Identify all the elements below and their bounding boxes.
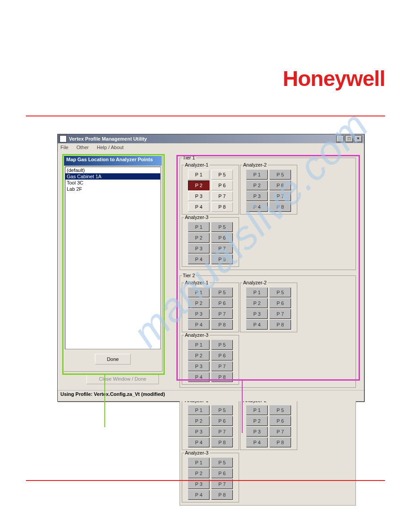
analyzer-group: Analyzer-3P 1P 5P 2P 6P 3P 7P 4P 8 [182,215,239,267]
point-button: P 6 [211,416,233,426]
list-item[interactable]: Lab 2F [65,186,160,192]
divider-bottom [26,480,385,481]
tier-label: Tier 2 [182,273,196,278]
point-button: P 5 [211,340,233,350]
tier-group: Tier 1Analyzer-1P 1P 5P 2P 6P 3P 7P 4P 8… [180,155,356,270]
point-button[interactable]: P 6 [211,180,233,190]
menu-file[interactable]: File [60,145,68,150]
point-button: P 6 [211,468,233,478]
point-button: P 2 [188,468,210,478]
point-button: P 5 [211,405,233,415]
analyzer-label: Analyzer-1 [184,280,210,285]
point-button: P 5 [270,287,291,297]
point-button: P 5 [211,287,233,297]
brand-logo: Honeywell [283,66,385,91]
point-button: P 1 [246,287,268,297]
point-button: P 5 [211,222,233,232]
analyzer-group: Analyzer-2P 1P 5P 2P 6P 3P 7P 4P 8 [240,162,297,215]
point-button: P 2 [188,298,210,308]
point-button: P 3 [246,309,268,319]
point-button: P 4 [246,320,268,330]
analyzer-group: Analyzer-2P 1P 5P 2P 6P 3P 7P 4P 8 [240,280,297,332]
point-button: P 7 [211,244,233,253]
point-button: P 6 [211,233,233,243]
point-button: P 7 [270,191,291,201]
point-button: P 2 [246,180,268,190]
point-button: P 2 [188,351,210,360]
point-button: P 4 [188,438,210,447]
point-button: P 4 [188,320,210,330]
point-button: P 6 [211,351,233,360]
point-button: P 1 [188,458,210,468]
tier-group: Tier 3Analyzer-1P 1P 5P 2P 6P 3P 7P 4P 8… [180,390,356,506]
point-button: P 8 [270,320,291,330]
point-button: P 1 [188,287,210,297]
point-button: P 4 [246,438,268,447]
point-button[interactable]: P 2 [188,180,210,190]
minimize-button[interactable]: _ [336,135,344,142]
divider-top [26,116,385,116]
point-button: P 3 [188,361,210,371]
annotation-leader-green [104,373,105,427]
point-button: P 8 [270,438,291,447]
list-item[interactable]: (default) [65,167,160,173]
point-button: P 8 [211,254,233,264]
point-button[interactable]: P 8 [211,202,233,212]
point-button[interactable]: P 1 [188,170,210,180]
point-button: P 6 [211,298,233,308]
tiers-container: Tier 1Analyzer-1P 1P 5P 2P 6P 3P 7P 4P 8… [180,155,356,508]
point-button: P 7 [211,427,233,437]
point-button: P 7 [270,427,291,437]
titlebar: Vertex Profile Management Utility _ □ × [58,134,364,143]
point-button: P 8 [270,202,291,212]
point-button: P 2 [246,416,268,426]
annotation-leader-pink [242,379,243,433]
point-button: P 4 [188,254,210,264]
close-button[interactable]: × [354,135,362,142]
point-button: P 1 [246,405,268,415]
point-button: P 5 [211,458,233,468]
point-button: P 3 [188,309,210,319]
menu-other[interactable]: Other [77,145,89,150]
analyzer-label: Analyzer-1 [184,162,210,167]
location-listbox[interactable]: (default) Gas Cabinet 1A Tool 3C Lab 2F [65,167,161,349]
menu-help-about[interactable]: Help / About [97,145,124,150]
point-button: P 3 [246,427,268,437]
statusbar: Using Profile: Vertex.Config.za_Vt (modi… [58,390,364,401]
analyzer-label: Analyzer-3 [184,450,210,455]
point-button: P 7 [211,309,233,319]
point-button: P 8 [211,490,233,500]
point-button: P 8 [211,320,233,330]
point-button: P 1 [188,340,210,350]
close-window-done-button[interactable]: Close Window / Done [86,373,159,384]
window-title: Vertex Profile Management Utility [69,136,147,142]
point-button: P 4 [188,490,210,500]
point-button: P 4 [188,372,210,382]
point-button: P 1 [188,222,210,232]
point-button: P 2 [246,298,268,308]
analyzer-group: Analyzer-1P 1P 5P 2P 6P 3P 7P 4P 8 [182,280,239,332]
done-button[interactable]: Done [95,354,131,365]
point-button: P 8 [211,438,233,447]
point-button[interactable]: P 7 [211,191,233,201]
point-button: P 3 [188,427,210,437]
analyzer-group: Analyzer-2P 1P 5P 2P 6P 3P 7P 4P 8 [240,398,297,450]
list-item[interactable]: Gas Cabinet 1A [65,173,160,180]
app-window: Vertex Profile Management Utility _ □ × … [57,134,364,402]
point-button: P 7 [270,309,291,319]
point-button: P 6 [270,416,291,426]
list-item[interactable]: Tool 3C [65,180,160,186]
point-button[interactable]: P 4 [188,202,210,212]
analyzer-label: Analyzer-2 [242,280,268,285]
analyzer-group: Analyzer-1P 1P 5P 2P 6P 3P 7P 4P 8 [182,162,239,215]
tier-group: Tier 2Analyzer-1P 1P 5P 2P 6P 3P 7P 4P 8… [180,273,356,388]
point-button[interactable]: P 5 [211,170,233,180]
tier-label: Tier 1 [182,155,196,160]
maximize-button[interactable]: □ [345,135,353,142]
point-button[interactable]: P 3 [188,191,210,201]
point-button: P 5 [270,405,291,415]
point-button: P 6 [270,180,291,190]
point-button: P 5 [270,170,291,180]
point-button: P 1 [246,170,268,180]
analyzer-label: Analyzer-2 [242,162,268,167]
